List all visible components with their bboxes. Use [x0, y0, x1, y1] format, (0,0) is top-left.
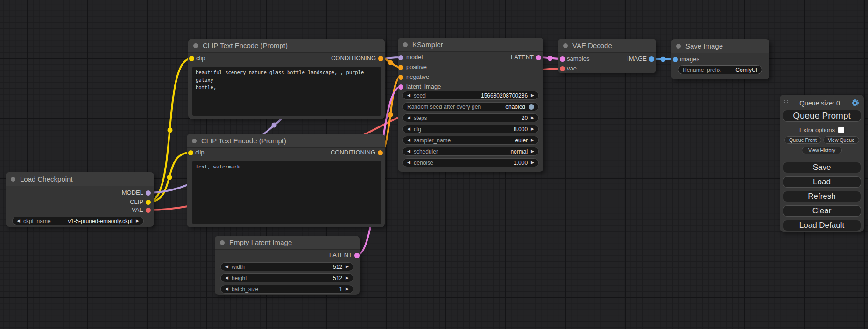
decrement-arrow-icon[interactable]: ◀	[407, 149, 410, 154]
increment-arrow-icon[interactable]: ▶	[531, 93, 534, 98]
prompt-textarea[interactable]: beautiful scenery nature glass bottle la…	[192, 67, 381, 116]
output-slot-conditioning[interactable]	[378, 150, 383, 155]
clear-button[interactable]: Clear	[783, 205, 861, 217]
node-title-bar[interactable]: Empty Latent Image	[215, 236, 360, 250]
widget-cfg[interactable]: ◀ cfg 8.000 ▶	[402, 125, 539, 133]
output-slot-clip[interactable]	[146, 200, 151, 205]
node-title-bar[interactable]: Save Image	[671, 39, 769, 53]
widget-sampler-name[interactable]: ◀ sampler_name euler ▶	[402, 136, 539, 145]
widget-filename-prefix[interactable]: filename_prefix ComfyUI	[678, 65, 762, 74]
increment-arrow-icon[interactable]: ▶	[531, 149, 534, 154]
widget-label: height	[232, 275, 247, 281]
view-history-button[interactable]: View History	[802, 147, 842, 154]
node-title-bar[interactable]: VAE Decode	[558, 39, 656, 53]
input-slot-samples[interactable]	[560, 56, 565, 62]
node-title-bar[interactable]: KSampler	[398, 38, 543, 52]
decrement-arrow-icon[interactable]: ◀	[17, 219, 20, 223]
collapse-dot-icon[interactable]	[220, 240, 225, 245]
queue-prompt-button[interactable]: Queue Prompt	[783, 110, 861, 122]
refresh-button[interactable]: Refresh	[783, 191, 861, 202]
input-slot-clip[interactable]	[189, 56, 194, 61]
output-slot-image[interactable]	[649, 56, 654, 62]
prompt-textarea[interactable]: text, watermark	[192, 161, 381, 224]
input-slot-vae[interactable]	[560, 66, 565, 71]
queue-front-button[interactable]: Queue Front	[784, 136, 821, 144]
collapse-dot-icon[interactable]	[403, 42, 408, 47]
widget-seed[interactable]: ◀ seed 156680208700286 ▶	[402, 91, 539, 100]
input-slot-latent-image[interactable]	[398, 84, 403, 90]
node-title-bar[interactable]: Load Checkpoint	[6, 172, 154, 186]
widget-denoise[interactable]: ◀ denoise 1.000 ▶	[402, 158, 539, 167]
increment-arrow-icon[interactable]: ▶	[531, 161, 534, 165]
collapse-dot-icon[interactable]	[192, 139, 197, 143]
queue-panel[interactable]: Queue size: 0 Queue Prompt Extra options…	[780, 95, 864, 232]
drag-handle[interactable]	[784, 100, 788, 106]
increment-arrow-icon[interactable]: ▶	[531, 127, 534, 131]
view-queue-button[interactable]: View Queue	[823, 136, 859, 144]
collapse-dot-icon[interactable]	[676, 44, 681, 49]
decrement-arrow-icon[interactable]: ◀	[407, 116, 410, 120]
output-slot-conditioning[interactable]	[378, 56, 383, 61]
decrement-arrow-icon[interactable]: ◀	[407, 161, 410, 165]
widget-value: v1-5-pruned-emaonly.ckpt	[68, 218, 133, 224]
increment-arrow-icon[interactable]: ▶	[136, 219, 139, 223]
node-canvas[interactable]: { "icons": { "arrow_left": "◀", "arrow_r…	[0, 0, 868, 329]
node-vae-decode[interactable]: VAE Decode samples vae IMAGE	[558, 39, 656, 73]
collapse-dot-icon[interactable]	[11, 177, 15, 182]
widget-label: seed	[414, 92, 426, 99]
increment-arrow-icon[interactable]: ▶	[346, 265, 349, 269]
node-empty-latent-image[interactable]: Empty Latent Image LATENT ◀ width 512 ▶ …	[215, 236, 360, 295]
node-load-checkpoint[interactable]: Load Checkpoint MODEL CLIP VAE ◀ ckpt_na…	[6, 172, 154, 227]
increment-arrow-icon[interactable]: ▶	[346, 276, 349, 280]
decrement-arrow-icon[interactable]: ◀	[407, 93, 410, 98]
settings-gear-icon[interactable]	[851, 99, 859, 107]
input-slot-images[interactable]	[673, 57, 678, 62]
widget-random-seed-toggle[interactable]: Random seed after every gen enabled	[402, 102, 539, 111]
widget-value: 1.000	[514, 160, 528, 166]
extra-options-label: Extra options	[799, 126, 835, 133]
input-slot-negative[interactable]	[398, 75, 403, 80]
widget-steps[interactable]: ◀ steps 20 ▶	[402, 113, 539, 122]
link-dot	[661, 57, 666, 62]
node-title-bar[interactable]: CLIP Text Encode (Prompt)	[188, 39, 385, 53]
output-slot-model[interactable]	[146, 190, 151, 196]
decrement-arrow-icon[interactable]: ◀	[225, 265, 228, 269]
output-slot-vae[interactable]	[146, 208, 151, 213]
widget-scheduler[interactable]: ◀ scheduler normal ▶	[402, 147, 539, 156]
input-slot-positive[interactable]	[398, 65, 403, 70]
decrement-arrow-icon[interactable]: ◀	[407, 127, 410, 131]
collapse-dot-icon[interactable]	[563, 43, 568, 48]
input-label-samples: samples	[567, 54, 589, 63]
output-label-latent: LATENT	[511, 53, 534, 62]
node-title-bar[interactable]: CLIP Text Encode (Prompt)	[187, 134, 385, 148]
decrement-arrow-icon[interactable]: ◀	[225, 287, 228, 291]
extra-options-checkbox[interactable]	[838, 127, 844, 133]
node-clip-text-encode-negative[interactable]: CLIP Text Encode (Prompt) clip CONDITION…	[187, 134, 385, 227]
output-label-model: MODEL	[122, 188, 143, 197]
widget-value: ComfyUI	[735, 67, 757, 73]
node-ksampler[interactable]: KSampler model positive negative latent_…	[398, 38, 543, 172]
decrement-arrow-icon[interactable]: ◀	[407, 138, 410, 142]
toggle-enabled-icon[interactable]	[529, 104, 534, 110]
decrement-arrow-icon[interactable]: ◀	[225, 276, 228, 280]
node-save-image[interactable]: Save Image images filename_prefix ComfyU…	[671, 39, 769, 79]
input-label-vae: vae	[567, 64, 577, 73]
save-button[interactable]: Save	[783, 162, 861, 173]
input-slot-model[interactable]	[398, 55, 403, 60]
widget-width[interactable]: ◀ width 512 ▶	[220, 262, 353, 271]
widget-batch-size[interactable]: ◀ batch_size 1 ▶	[220, 285, 353, 294]
widget-ckpt-name[interactable]: ◀ ckpt_name v1-5-pruned-emaonly.ckpt ▶	[12, 217, 144, 225]
input-label-negative: negative	[406, 72, 429, 82]
widget-height[interactable]: ◀ height 512 ▶	[220, 273, 353, 282]
collapse-dot-icon[interactable]	[193, 43, 198, 48]
input-slot-clip[interactable]	[188, 150, 193, 155]
node-clip-text-encode-positive[interactable]: CLIP Text Encode (Prompt) clip CONDITION…	[188, 39, 385, 119]
output-slot-latent[interactable]	[536, 55, 541, 60]
increment-arrow-icon[interactable]: ▶	[346, 287, 349, 291]
widget-label: Random seed after every gen	[407, 104, 481, 110]
increment-arrow-icon[interactable]: ▶	[531, 116, 534, 120]
load-default-button[interactable]: Load Default	[783, 220, 861, 231]
increment-arrow-icon[interactable]: ▶	[531, 138, 534, 142]
load-button[interactable]: Load	[783, 176, 861, 188]
output-slot-latent[interactable]	[354, 253, 360, 258]
